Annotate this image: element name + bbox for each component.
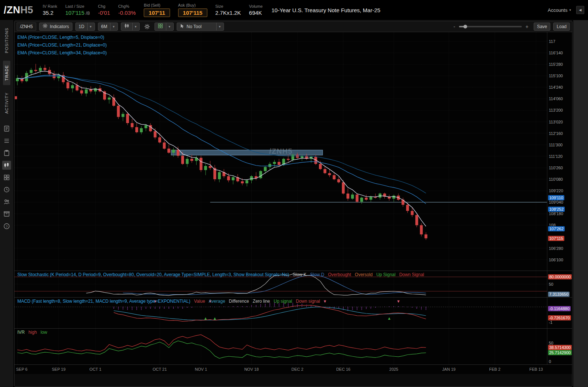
quote-header: /ZN H5 IV Rank35.2Last / Size107'115 /8C… bbox=[0, 0, 588, 20]
sidebar-tab-positions[interactable]: POSITIONS bbox=[3, 23, 10, 58]
zoom-slider[interactable] bbox=[459, 26, 522, 27]
zoom-out-button[interactable]: - bbox=[453, 24, 455, 30]
stochastic-canvas[interactable] bbox=[14, 271, 547, 297]
indicators-button[interactable]: Indicators bbox=[39, 23, 72, 31]
axis-badge: 38.5714300 bbox=[548, 345, 572, 350]
time-axis-label: DEC 2 bbox=[291, 367, 303, 371]
timeframe-dropdown[interactable]: 1D ▾ bbox=[75, 23, 95, 31]
axis-badge: -0.1164880 bbox=[548, 306, 571, 311]
time-axis-label: OCT 21 bbox=[153, 367, 167, 371]
axis-label: 117 bbox=[549, 39, 555, 44]
clock-icon[interactable] bbox=[2, 185, 11, 194]
axis-label: 109'220 bbox=[549, 189, 563, 193]
quote-field-value[interactable]: 107'115 bbox=[178, 9, 207, 17]
load-button[interactable]: Load bbox=[553, 23, 570, 31]
svg-text:?: ? bbox=[6, 224, 7, 228]
axis-label: 115'100 bbox=[549, 74, 563, 78]
collapse-panel-button[interactable]: ◀ bbox=[576, 6, 584, 14]
quote-field-ask-buy-: Ask (Buy)107'115 bbox=[178, 3, 207, 17]
timeframe-value: 1D bbox=[79, 24, 84, 29]
axis-label: 50 bbox=[549, 341, 553, 345]
chart-icon[interactable] bbox=[2, 161, 11, 170]
axis-label: 114'060 bbox=[549, 96, 563, 101]
axis-badge: 107'262 bbox=[548, 226, 565, 231]
axis-badge: 109'110 bbox=[548, 195, 564, 200]
help-icon[interactable]: ? bbox=[2, 222, 11, 231]
cursor-icon bbox=[180, 24, 184, 30]
price-chart-pane: /ZNH5 EMA (Price=CLOSE, Length=5, Displa… bbox=[14, 32, 572, 271]
report-icon[interactable] bbox=[2, 124, 11, 133]
sidebar-tabs: POSITIONSTRADEACTIVITY bbox=[3, 20, 10, 118]
axis-badge: 107'115 bbox=[548, 236, 564, 241]
svg-text:▼: ▼ bbox=[323, 299, 327, 303]
axis-badge: 108'252 bbox=[548, 207, 565, 212]
axis-label: 113'020 bbox=[549, 120, 563, 124]
sidebar-tab-trade[interactable]: TRADE bbox=[3, 61, 10, 85]
quote-field-last-size: Last / Size107'115 /8 bbox=[65, 4, 90, 16]
quote-field-label: Chg% bbox=[118, 4, 129, 9]
axis-badge: 25.7142900 bbox=[548, 350, 572, 355]
axis-label: 108'180 bbox=[549, 211, 563, 216]
settings-gear-icon[interactable] bbox=[143, 23, 152, 31]
time-axis-label: SEP 6 bbox=[16, 367, 28, 371]
macd-pane: ▼▼▼▼▲▲▲ MACD (Fast length=8, Slow length… bbox=[14, 297, 572, 328]
clipboard-icon[interactable] bbox=[2, 149, 11, 157]
collapsed-right-panel[interactable] bbox=[573, 20, 588, 387]
people-icon[interactable] bbox=[2, 197, 11, 206]
axis-badge: 7.3133650 bbox=[548, 292, 570, 297]
candlestick-style-icon bbox=[124, 23, 129, 30]
price-axis[interactable]: 117116'140115'280115'100114'240114'06011… bbox=[547, 32, 572, 271]
quote-field-label: Last / Size bbox=[65, 4, 84, 9]
header-right: Accounts ▾ ◀ bbox=[548, 6, 584, 14]
quote-field-value[interactable]: 107'11 bbox=[144, 9, 170, 17]
zoom-in-button[interactable]: + bbox=[526, 24, 528, 30]
symbol-contract: H5 bbox=[20, 4, 33, 16]
grid-icon[interactable] bbox=[2, 173, 11, 182]
drawing-tool-dropdown[interactable]: No Tool ▾ bbox=[177, 23, 224, 31]
chart-style-dropdown[interactable]: ▾ bbox=[121, 23, 140, 31]
axis-label: 109'040 bbox=[549, 200, 563, 204]
chevron-down-icon: ▾ bbox=[166, 23, 170, 30]
range-value: 6M bbox=[101, 24, 108, 29]
list-icon[interactable] bbox=[2, 136, 11, 145]
grid-layout-icon bbox=[158, 23, 163, 30]
save-button[interactable]: Save bbox=[534, 23, 550, 31]
accounts-label: Accounts bbox=[548, 7, 567, 13]
quote-field-value: -0'01 bbox=[98, 10, 110, 16]
accounts-dropdown[interactable]: Accounts ▾ bbox=[548, 7, 571, 13]
stochastic-axis[interactable]: 80.0000000507.3133650 bbox=[547, 271, 572, 297]
symbol-input[interactable]: /ZNH5 bbox=[17, 23, 36, 31]
zoom-slider-handle[interactable] bbox=[463, 25, 467, 28]
svg-text:▼: ▼ bbox=[153, 299, 157, 303]
ivr-canvas[interactable] bbox=[14, 329, 547, 364]
time-axis-label: JAN 19 bbox=[442, 367, 456, 371]
axis-label: 111'120 bbox=[549, 154, 562, 159]
svg-text:▼: ▼ bbox=[208, 299, 212, 303]
sidebar-tab-activity[interactable]: ACTIVITY bbox=[3, 88, 10, 118]
time-axis[interactable]: SEP 6SEP 19OCT 1OCT 21NOV 1NOV 18DEC 2DE… bbox=[14, 364, 572, 374]
left-sidebar: POSITIONSTRADEACTIVITY ? bbox=[0, 20, 13, 387]
quote-field-label: IV Rank bbox=[43, 4, 57, 9]
quote-field-value: -0.03% bbox=[118, 10, 136, 16]
time-axis-label: NOV 18 bbox=[244, 367, 259, 371]
price-chart-canvas[interactable]: /ZNH5 bbox=[14, 32, 547, 271]
axis-label: 106'280 bbox=[549, 246, 563, 251]
axis-label: 111'300 bbox=[549, 143, 562, 147]
sidebar-icons: ? bbox=[2, 124, 11, 231]
quote-field-label: Bid (Sell) bbox=[144, 3, 160, 7]
grid-layout-dropdown[interactable]: ▾ bbox=[154, 23, 174, 31]
quote-field-chg: Chg-0'01 bbox=[98, 4, 110, 16]
ivr-axis[interactable]: 5038.571430025.71429000 bbox=[547, 329, 572, 364]
axis-label: 110'260 bbox=[549, 166, 563, 170]
macd-axis[interactable]: -0.1164880-0.7261670-1 bbox=[547, 298, 572, 328]
axis-label: 113'200 bbox=[549, 108, 563, 112]
range-dropdown[interactable]: 6M ▾ bbox=[98, 23, 118, 31]
quote-field-value: 35.2 bbox=[43, 10, 54, 16]
archive-icon[interactable] bbox=[2, 210, 11, 218]
svg-text:▲: ▲ bbox=[387, 316, 391, 320]
ivr-pane: IVRhighlow 5038.571430025.71429000 bbox=[14, 328, 572, 364]
macd-canvas[interactable]: ▼▼▼▼▲▲▲ bbox=[14, 298, 547, 328]
chart-panel: /ZNH5 Indicators 1D ▾ 6M ▾ ▾ bbox=[14, 21, 572, 387]
axis-label: 110'080 bbox=[549, 177, 563, 181]
time-axis-label: FEB 13 bbox=[529, 367, 543, 371]
